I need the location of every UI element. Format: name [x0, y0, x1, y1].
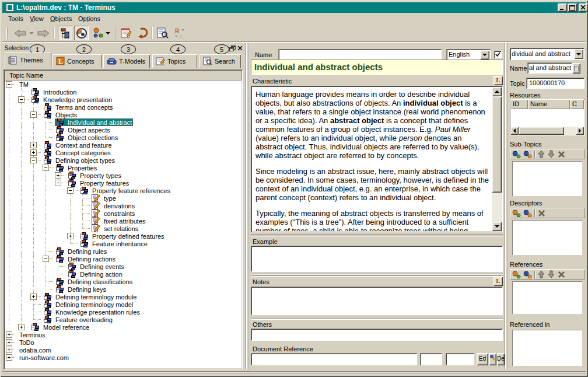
tab-t-models[interactable]: T-Models [103, 54, 150, 68]
float-panel-icon[interactable] [229, 46, 236, 53]
expand-icon[interactable] [67, 233, 74, 239]
tab-search[interactable]: Search [200, 54, 241, 68]
minimize-button[interactable] [558, 4, 567, 12]
expand-icon[interactable] [6, 339, 12, 345]
tree-item[interactable]: TM [18, 81, 30, 88]
tree-item[interactable]: fixed attributes [92, 217, 147, 225]
others-input[interactable] [251, 329, 503, 341]
tree-item[interactable]: odaba.com [18, 346, 52, 354]
notes-language-button[interactable]: L [494, 277, 503, 286]
tree-item[interactable]: Terms and concepts [43, 103, 114, 111]
tree-item[interactable]: Context and feature [43, 141, 113, 149]
name-input[interactable] [278, 49, 442, 61]
expand-icon[interactable] [30, 149, 37, 156]
collapse-icon[interactable] [30, 157, 37, 163]
back-button[interactable] [13, 26, 27, 40]
scroll-down-button[interactable] [492, 222, 502, 231]
collapse-icon[interactable] [18, 96, 24, 103]
undo-button[interactable] [135, 26, 150, 40]
tree-item[interactable]: Property defined features [79, 232, 166, 240]
tree-item[interactable]: Properties [55, 164, 98, 172]
resources-col-id[interactable]: ID [510, 99, 528, 109]
title-bar[interactable]: L:\opa\tm.dev : TM - Terminus [2, 2, 586, 13]
tab-concepts[interactable]: LConcepts [52, 54, 102, 68]
collapse-icon[interactable] [30, 111, 37, 118]
expand-icon[interactable] [6, 354, 12, 361]
tree-item[interactable]: Defining events [67, 263, 125, 270]
expand-icon[interactable] [30, 294, 37, 300]
collapse-icon[interactable] [43, 165, 49, 171]
docref-delete-button[interactable]: Del [497, 353, 505, 365]
collapse-icon[interactable] [6, 81, 12, 88]
topic-id-input[interactable]: 1000000170 [526, 78, 584, 89]
tree-item[interactable]: Defining classifications [55, 278, 134, 285]
collapse-icon[interactable] [55, 180, 61, 186]
characteristic-scrollbar[interactable] [492, 87, 502, 231]
resources-col-name[interactable]: Name [528, 99, 570, 109]
document-reference-input[interactable] [251, 353, 417, 365]
tree-item[interactable]: Defining ractions [55, 255, 117, 263]
tree-item[interactable]: ToDo [18, 338, 36, 346]
panel-close-icon[interactable] [237, 45, 244, 51]
tree-item[interactable]: Objects [43, 111, 78, 118]
tree-item[interactable]: Property feature references [79, 187, 172, 194]
reference-up-icon[interactable] [538, 270, 545, 278]
language-combo-button[interactable] [480, 50, 489, 60]
tree-item[interactable]: Concept categories [43, 149, 112, 156]
tree-item[interactable]: Model reference [30, 323, 91, 331]
docref-link-button[interactable] [489, 353, 496, 365]
language-combo[interactable]: English [446, 49, 491, 61]
add-subtopic-icon[interactable] [512, 150, 521, 158]
referenced-in-list[interactable] [512, 330, 582, 366]
tree-item[interactable]: Knowledge presentation [30, 96, 113, 103]
tree-item[interactable]: Object collections [55, 134, 119, 141]
characteristic-language-button[interactable]: L [494, 76, 503, 85]
menu-objects[interactable]: Objects [49, 15, 73, 23]
tree-item[interactable]: Defining terminology module [43, 293, 138, 301]
remove-reference-icon[interactable] [558, 271, 565, 278]
references-list[interactable] [512, 281, 582, 314]
toolbar-grip[interactable] [6, 27, 8, 39]
tree-item[interactable]: Defining action [67, 270, 124, 278]
tree-item[interactable]: constraints [92, 210, 136, 217]
tree-item[interactable]: run-software.com [18, 354, 70, 361]
find-form-button[interactable] [155, 26, 170, 40]
tree-item[interactable]: Defining terminology model [43, 301, 134, 308]
add-descriptor-icon[interactable] [512, 209, 521, 217]
remove-descriptor-icon[interactable] [538, 210, 545, 217]
menu-view[interactable]: View [29, 15, 45, 23]
document-reference-page-input[interactable] [420, 353, 442, 365]
collapse-icon[interactable] [67, 187, 74, 194]
tree-item[interactable]: Feature overloading [43, 316, 114, 323]
resources-col-c[interactable]: C [570, 99, 584, 109]
reference-check-button[interactable]: R ⤬ [173, 26, 187, 40]
language-checkbox[interactable] [494, 51, 502, 58]
back-dropdown[interactable] [27, 26, 35, 40]
app-icon[interactable] [6, 4, 14, 12]
tab-topics[interactable]: Topics [152, 54, 197, 68]
tree-item[interactable]: Defining keys [55, 285, 107, 293]
tree-column-header[interactable]: Topic Name [5, 71, 242, 81]
expand-icon[interactable] [55, 172, 61, 179]
insert-subtopic-icon[interactable] [523, 150, 532, 158]
move-up-icon[interactable] [538, 150, 545, 158]
expand-icon[interactable] [6, 347, 12, 353]
topic-name-more-button[interactable] [572, 63, 580, 74]
link-reference-icon[interactable] [523, 270, 532, 278]
tree-item[interactable]: derivations [92, 202, 136, 210]
tree-view-button[interactable] [58, 26, 72, 40]
forward-button[interactable] [36, 26, 50, 40]
menu-tools[interactable]: Tools [7, 15, 24, 23]
tree-item[interactable]: Knowledge presentation rules [43, 308, 141, 316]
scroll-up-button[interactable] [492, 87, 502, 96]
tree-item[interactable]: set relations [92, 225, 139, 232]
descriptors-list[interactable] [512, 220, 582, 255]
expand-icon[interactable] [6, 331, 12, 338]
edit-form-button[interactable] [119, 26, 134, 40]
tree-item[interactable]: Defining rules [55, 247, 108, 255]
expand-icon[interactable] [18, 324, 24, 330]
remove-icon[interactable] [558, 151, 565, 158]
close-button[interactable] [579, 4, 588, 12]
menu-options[interactable]: Options [77, 15, 102, 23]
move-down-icon[interactable] [548, 150, 555, 158]
